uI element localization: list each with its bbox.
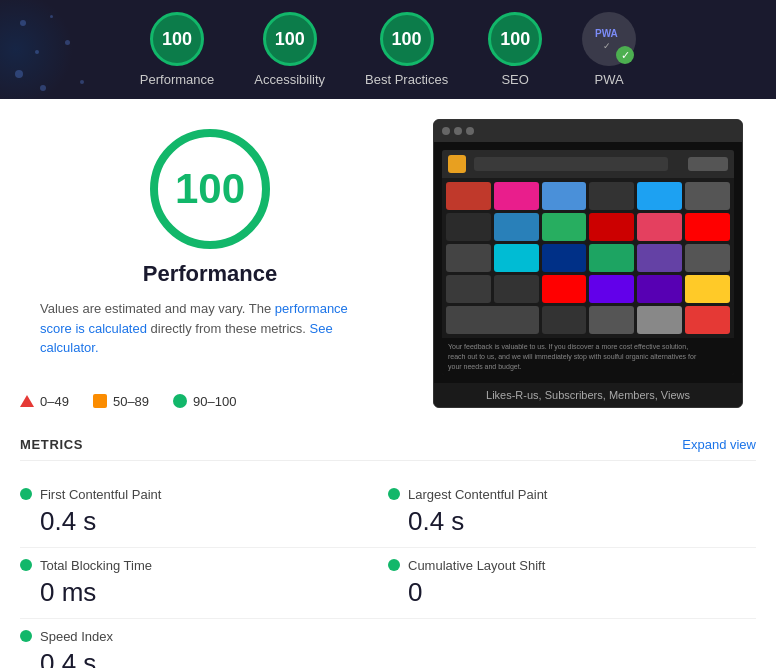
metric-item-lcp: Largest Contentful Paint 0.4 s — [388, 477, 756, 548]
legend-range-average: 50–89 — [113, 394, 149, 409]
grid-icon-28 — [637, 306, 682, 334]
metric-name-fcp: First Contentful Paint — [40, 487, 161, 502]
main-content: 100 Performance Values are estimated and… — [0, 99, 776, 429]
grid-icon-22 — [589, 275, 634, 303]
metric-item-si: Speed Index 0.4 s — [20, 619, 388, 669]
titlebar-dot-2 — [454, 127, 462, 135]
fake-browser: Your feedback is valuable to us. If you … — [442, 150, 734, 375]
left-panel: 100 Performance Values are estimated and… — [20, 119, 400, 409]
grid-icon-18 — [685, 244, 730, 272]
fake-url-bar — [474, 157, 668, 171]
legend-item-fail: 0–49 — [20, 394, 69, 409]
grid-icon-16 — [589, 244, 634, 272]
metric-value-fcp: 0.4 s — [20, 506, 388, 537]
score-label-performance: Performance — [140, 72, 214, 87]
score-label-seo: SEO — [501, 72, 528, 87]
score-item-pwa[interactable]: PWA ✓ ✓ PWA — [582, 12, 636, 87]
score-circle-seo: 100 — [488, 12, 542, 66]
metric-name-row-tbt: Total Blocking Time — [20, 558, 388, 573]
metric-item-cls: Cumulative Layout Shift 0 — [388, 548, 756, 619]
legend-item-average: 50–89 — [93, 394, 149, 409]
score-item-best-practices[interactable]: 100 Best Practices — [365, 12, 448, 87]
metric-name-si: Speed Index — [40, 629, 113, 644]
pwa-badge: PWA ✓ ✓ — [582, 12, 636, 66]
grid-icon-1 — [446, 182, 491, 210]
metrics-section: METRICS Expand view First Contentful Pai… — [0, 429, 776, 669]
average-icon — [93, 394, 107, 408]
legend-range-pass: 90–100 — [193, 394, 236, 409]
pass-icon — [173, 394, 187, 408]
metrics-title: METRICS — [20, 437, 83, 452]
grid-icon-24 — [685, 275, 730, 303]
legend-range-fail: 0–49 — [40, 394, 69, 409]
metric-name-tbt: Total Blocking Time — [40, 558, 152, 573]
titlebar-dot-1 — [442, 127, 450, 135]
svg-text:✓: ✓ — [603, 41, 611, 51]
grid-icon-12 — [685, 213, 730, 241]
metric-name-lcp: Largest Contentful Paint — [408, 487, 547, 502]
big-score-circle: 100 — [150, 129, 270, 249]
metric-value-tbt: 0 ms — [20, 577, 388, 608]
fake-logo — [448, 155, 466, 173]
score-circle-accessibility: 100 — [263, 12, 317, 66]
grid-icon-20 — [494, 275, 539, 303]
grid-icon-2 — [494, 182, 539, 210]
metric-dot-si — [20, 630, 32, 642]
metric-name-row-cls: Cumulative Layout Shift — [388, 558, 756, 573]
score-description: Values are estimated and may vary. The p… — [40, 299, 380, 358]
score-circle-performance: 100 — [150, 12, 204, 66]
metric-item-fcp: First Contentful Paint 0.4 s — [20, 477, 388, 548]
score-label-pwa: PWA — [595, 72, 624, 87]
score-circle-best-practices: 100 — [380, 12, 434, 66]
grid-icon-6 — [685, 182, 730, 210]
titlebar-dot-3 — [466, 127, 474, 135]
legend-item-pass: 90–100 — [173, 394, 236, 409]
grid-icon-29 — [685, 306, 730, 334]
grid-icon-19 — [446, 275, 491, 303]
big-score-label: Performance — [143, 261, 278, 287]
metric-name-row-lcp: Largest Contentful Paint — [388, 487, 756, 502]
metric-dot-tbt — [20, 559, 32, 571]
score-label-accessibility: Accessibility — [254, 72, 325, 87]
grid-icon-25 — [446, 306, 539, 334]
grid-icon-7 — [446, 213, 491, 241]
metric-dot-lcp — [388, 488, 400, 500]
score-item-performance[interactable]: 100 Performance — [140, 12, 214, 87]
big-score-container: 100 Performance Values are estimated and… — [20, 129, 400, 358]
metrics-header: METRICS Expand view — [20, 429, 756, 461]
fake-nav — [442, 150, 734, 178]
screenshot-caption: Likes-R-us, Subscribers, Members, Views — [434, 383, 742, 407]
score-item-accessibility[interactable]: 100 Accessibility — [254, 12, 325, 87]
legend: 0–49 50–89 90–100 — [20, 394, 236, 409]
screenshot-frame: Your feedback is valuable to us. If you … — [433, 119, 743, 408]
screenshot-content: Your feedback is valuable to us. If you … — [434, 142, 742, 383]
right-panel: Your feedback is valuable to us. If you … — [420, 119, 756, 409]
score-item-seo[interactable]: 100 SEO — [488, 12, 542, 87]
grid-icon-15 — [542, 244, 587, 272]
grid-icon-8 — [494, 213, 539, 241]
metric-item-tbt: Total Blocking Time 0 ms — [20, 548, 388, 619]
grid-icon-14 — [494, 244, 539, 272]
grid-icon-10 — [589, 213, 634, 241]
description-text-1: Values are estimated and may vary. The — [40, 301, 271, 316]
expand-view-button[interactable]: Expand view — [682, 437, 756, 452]
fake-icon-grid — [442, 178, 734, 338]
score-label-best-practices: Best Practices — [365, 72, 448, 87]
fake-search-btn — [688, 157, 728, 171]
grid-icon-11 — [637, 213, 682, 241]
metric-dot-cls — [388, 559, 400, 571]
metric-name-row-si: Speed Index — [20, 629, 388, 644]
metric-value-cls: 0 — [388, 577, 756, 608]
fail-icon — [20, 395, 34, 407]
grid-icon-26 — [542, 306, 587, 334]
grid-icon-21 — [542, 275, 587, 303]
grid-icon-17 — [637, 244, 682, 272]
grid-icon-27 — [589, 306, 634, 334]
fake-footer: Your feedback is valuable to us. If you … — [442, 338, 734, 375]
grid-icon-3 — [542, 182, 587, 210]
svg-text:PWA: PWA — [595, 28, 618, 39]
metrics-grid: First Contentful Paint 0.4 s Largest Con… — [20, 477, 756, 669]
pwa-check-icon: ✓ — [616, 46, 634, 64]
grid-icon-4 — [589, 182, 634, 210]
metric-value-lcp: 0.4 s — [388, 506, 756, 537]
